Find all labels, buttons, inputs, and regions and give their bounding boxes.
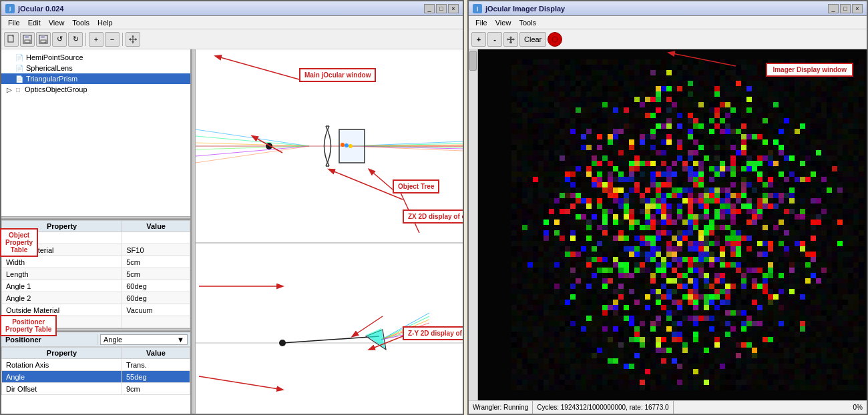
menu-edit[interactable]: Edit [24,18,45,27]
app-icon: j [5,4,15,13]
svg-marker-13 [135,38,137,41]
property-table-annotation-container: ObjectPropertyTable [0,228,38,257]
imager-display-window: j jOcular Imager Display _ □ × File View… [467,0,868,415]
zoom-out-button[interactable]: - [487,32,502,47]
left-titlebar: j jOcular 0.024 _ □ × [1,1,463,16]
table-row[interactable]: Angle 1 60deg [2,280,190,292]
tree-item-hemipointsource[interactable]: 📄 HemiPointSource [1,52,190,63]
right-maximize-button[interactable]: □ [840,4,851,13]
right-titlebar: j jOcular Imager Display _ □ × [469,1,867,16]
table-row[interactable]: Outside Material Vacuum [2,304,190,316]
stop-button[interactable] [548,32,562,47]
right-menu-file[interactable]: File [471,18,491,27]
imager-content: Imager Display window [469,49,867,400]
prop-value[interactable]: 60deg [122,280,190,292]
left-menu-bar: File Edit View Tools Help [1,16,463,29]
prop-value[interactable] [122,232,190,244]
table-row[interactable]: Angle 2 60deg [2,292,190,304]
right-window-controls: _ □ × [828,4,863,13]
imager-scrollbar[interactable] [469,49,478,400]
zoom-in-button[interactable]: + [471,32,486,47]
menu-help[interactable]: Help [93,18,117,27]
save-as-button[interactable]: + [36,32,51,47]
right-menu-bar: File View Tools [469,16,867,29]
right-minimize-button[interactable]: _ [828,4,839,13]
right-close-button[interactable]: × [852,4,863,13]
object-tree[interactable]: 📄 HemiPointSource 📄 SphericalLens 📄 Tria… [1,49,190,216]
svg-line-38 [282,336,379,343]
svg-point-33 [341,143,345,147]
status-bar: Wrangler: Running Cycles: 1924312/100000… [469,400,867,414]
svg-marker-11 [132,41,134,43]
tree-item-sphericallens[interactable]: 📄 SphericalLens [1,63,190,73]
imager-canvas [478,49,867,400]
pos-prop-value[interactable]: 9cm [122,383,190,395]
table-row[interactable]: Dir Offset 9cm [2,383,190,395]
prop-name: Outside Material [2,304,122,316]
scrollbar-thumb[interactable] [469,51,477,71]
tree-item-triangularprism[interactable]: 📄 TriangularPrism [1,73,190,84]
pos-prop-name: Rotation Axis [2,359,122,371]
pan-button[interactable] [126,32,140,47]
left-window-title: jOcular 0.024 [18,5,424,13]
imager-pan-button[interactable] [503,32,518,47]
maximize-button[interactable]: □ [436,4,447,13]
status-wrangler: Wrangler: Running [469,401,533,414]
right-menu-view[interactable]: View [491,18,515,27]
prop-name: Length [2,268,122,280]
file-icon-2: 📄 [15,63,24,73]
imager-app-icon: j [473,4,482,13]
positioner-table: Property Value Rotation Axis Trans. Angl… [1,347,190,395]
right-menu-tools[interactable]: Tools [515,18,540,27]
imager-display-annotation: Imager Display window [766,63,853,77]
prop-value[interactable]: 5cm [122,268,190,280]
new-button[interactable] [4,32,19,47]
save-button[interactable] [20,32,35,47]
positioner-dropdown[interactable]: Angle ▼ [97,334,190,345]
status-progress: 0% [674,404,867,411]
positioner-section: Positioner Angle ▼ Property Value [1,331,190,395]
object-tree-annotation: Object Tree [393,179,439,193]
imager-toolbar: + - Clear [469,29,867,49]
redo-button[interactable]: ↻ [68,32,83,47]
main-window-annotation: Main jOcular window [299,68,376,82]
group-icon: □ [13,85,23,94]
add-button[interactable]: + [89,32,103,47]
right-window-title: jOcular Imager Display [485,5,828,13]
svg-marker-12 [129,38,131,41]
pos-val-header: Value [122,348,190,359]
svg-point-59 [552,37,558,42]
main-jocular-window: j jOcular 0.024 _ □ × File Edit View Too… [0,0,464,415]
pos-prop-value[interactable]: Trans. [122,359,190,371]
menu-view[interactable]: View [45,18,69,27]
menu-tools[interactable]: Tools [68,18,93,27]
table-row[interactable]: Length 5cm [2,268,190,280]
svg-point-34 [345,143,349,147]
positioner-dropdown-value[interactable]: Angle ▼ [100,334,188,345]
svg-rect-3 [25,40,30,43]
menu-file[interactable]: File [4,18,24,27]
left-toolbar: + ↺ ↻ + − [1,29,463,49]
prop-value[interactable]: 60deg [122,292,190,304]
expand-icon: ▷ [7,86,12,93]
file-icon-3: 📄 [15,74,24,83]
undo-button[interactable]: ↺ [52,32,67,47]
prop-name: Width [2,256,122,268]
toolbar-sep-2 [122,33,123,46]
prop-value[interactable]: 5cm [122,256,190,268]
svg-text:+: + [44,40,47,44]
close-button[interactable]: × [448,4,459,13]
remove-button[interactable]: − [105,32,120,47]
prop-value[interactable]: Vacuum [122,304,190,316]
table-row[interactable]: Angle 55deg [2,371,190,383]
pos-prop-value[interactable]: 55deg [122,371,190,383]
svg-rect-5 [41,35,45,38]
table-row[interactable]: Rotation Axis Trans. [2,359,190,371]
table-row[interactable]: Width 5cm [2,256,190,268]
tree-item-opticsobjectgroup[interactable]: ▷ □ OpticsObjectGroup [1,84,190,95]
minimize-button[interactable]: _ [424,4,435,13]
clear-button[interactable]: Clear [519,32,546,47]
optics-svg [196,49,463,414]
svg-line-48 [369,169,393,189]
prop-value[interactable]: SF10 [122,244,190,256]
